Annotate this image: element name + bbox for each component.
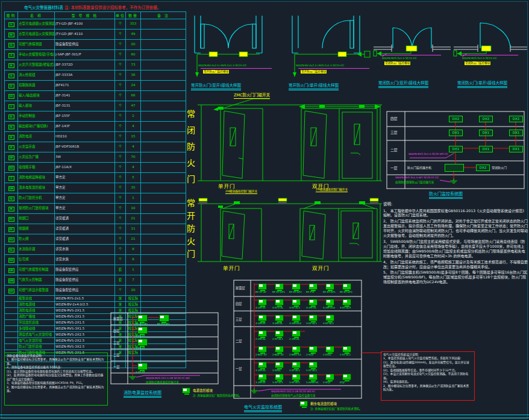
qty-cell: 353 (126, 19, 141, 30)
table-row: 消防电源线WDZN-BV-2x4.0/2.5米按实际 (5, 302, 186, 308)
legend-symbol-cell: QM (5, 275, 18, 286)
residual-current-monitor-icon (275, 330, 284, 337)
door-switch-label: ZMC防火门门磁开关 (234, 92, 270, 99)
legend-symbol-cell (5, 314, 18, 320)
name-cell: 电气火灾监控线 (18, 338, 55, 344)
table-row: K手动控制盘JBF-155F个2 (5, 111, 186, 122)
remark-cell (141, 224, 186, 234)
door-riser-caption: 防火门监控系统图 (429, 190, 463, 198)
note-line: 2、图中模块标注位置参考，具体做法以生产或消防安全厂家技术资料为准。 (383, 384, 471, 392)
residual-current-monitor-icon (325, 315, 334, 321)
table-row: H消防电话HD210个15 (5, 132, 186, 142)
legend-symbol-cell: H (5, 132, 18, 142)
legend-icon: PF (8, 227, 14, 232)
residual-current-monitor-icon (258, 283, 267, 290)
table-row: SP火灾应急广播3W个70 (5, 152, 186, 163)
device-label: RF-KT-AP2 (289, 290, 302, 293)
legend-symbol-cell: Q (5, 40, 18, 50)
efire-notes-box: 电气火灾监控系统设计说明: 1、本监控系统接入电气火灾监控报警系统，系统有下列功… (381, 351, 475, 401)
residual-current-monitor-icon (292, 299, 301, 306)
note-line: (1)、漏电电流(动作阈值300mA)，发出声光报警信号，显示并记录报警信息。 (383, 361, 471, 369)
cable-underline (298, 68, 369, 69)
residual-current-monitor-icon (292, 330, 301, 337)
legend-symbol-cell (5, 302, 18, 308)
qty-cell: 10 (126, 204, 141, 214)
door-plan-drawing (374, 14, 451, 75)
unit-cell: 个 (115, 71, 126, 81)
sheet-border-line (0, 418, 529, 418)
remark-cell (141, 286, 186, 296)
device-label: 1-ZM-AT (255, 381, 266, 384)
name-cell: 测温式电气火灾监控线 (18, 332, 55, 338)
remark-cell (141, 204, 186, 214)
table-row: QB潜水电泵监控模块甲方定个35 (5, 183, 186, 193)
remark-cell (141, 19, 186, 30)
unit-cell: 个 (115, 142, 126, 152)
legend-icon: QK (8, 268, 14, 273)
remark-cell (141, 50, 186, 60)
legend-icon: M (8, 207, 14, 212)
detail-caption: 常开防火门(双开)接线大样图 (191, 82, 241, 89)
table-header: 图例 (5, 12, 18, 19)
legend-symbol-cell: PY (5, 214, 18, 224)
table-row: XD接线端子箱JBF-11A/X个4 (5, 163, 186, 173)
qty-cell: 66 (126, 91, 141, 101)
model-cell: JBF-11A/X (55, 163, 115, 173)
model-cell: JBF-155F (55, 111, 115, 122)
table-row: PY排烟口详见暖通个21 (5, 214, 186, 224)
legend-symbol-cell: S (5, 19, 18, 30)
qty-cell: 24 (126, 81, 141, 91)
residual-current-monitor-icon (292, 315, 301, 321)
residual-current-monitor-icon (325, 299, 334, 306)
qty-cell: 1 (126, 193, 141, 204)
legend-icon: XH (8, 258, 14, 263)
residual-current-monitor-icon (342, 283, 351, 290)
qty-cell: 73 (126, 60, 141, 71)
device-label: RF-PYF#2 (157, 322, 169, 325)
remark-cell (141, 132, 186, 142)
closed-door-side-label: 常闭防火门 (184, 110, 196, 191)
qty-cell: 70 (126, 152, 141, 163)
legend-symbol-cell: PF (5, 224, 18, 234)
model-cell: JTY-GD-JBF-4110 (55, 30, 115, 40)
unit-cell: 个 (115, 173, 126, 183)
table-row: Q可燃气体探测器随设备配套供应个20 (5, 40, 186, 50)
name-cell: 火灾应急广播 (18, 152, 55, 163)
legend-icon: P (8, 145, 14, 150)
legend-symbol-cell: M (5, 204, 18, 214)
legend-icon: QB (8, 186, 14, 191)
door-plan-drawing (280, 14, 372, 78)
dx-box: DX2 (476, 165, 490, 171)
unit-cell: 个 (115, 50, 126, 60)
door-detail-closed-double: WDZN-RVS-3x1.5-SC15-CC 常闭防火门监控模块 常闭防火门(双… (374, 14, 452, 90)
model-cell: WDZN-RVS-2X2.5 (55, 338, 115, 344)
name-cell: 手动火灾报警按钮(带电话插孔) (18, 50, 55, 60)
note-item: 3、 SWB500/B防火门监控主机采用壁挂式安装，与现场被监控防火门采用总线连… (383, 239, 528, 259)
door-detail-open-double: WDZN-BV-4x2.5+RVS-2x1.5-SC25-CC 常开防火门监控模… (183, 14, 276, 90)
model-cell: WDZN-RYS-2x1.5 (55, 296, 115, 302)
model-cell: WDZN-RVS-2X1.5 (55, 308, 115, 314)
power-notes-text: 消防设备电源监控系统说明: 1、图中监控模块标注位置参考，具体做法以生产或消防安… (7, 354, 104, 393)
qty-cell: 8 (126, 245, 141, 255)
unit-cell: 个 (115, 122, 126, 132)
device-label: 4-KT-AL9 (340, 306, 351, 309)
name-cell: 手动控制盘 (18, 111, 55, 122)
device-label: 2-BGF-AT (255, 353, 267, 356)
floor-label: 三层 (390, 130, 398, 135)
name-cell: 消防电话线 (18, 308, 55, 314)
residual-current-monitor-icon (275, 283, 284, 290)
model-cell: J-SAP-JBF-301/P (55, 50, 115, 60)
residual-current-monitor-icon (325, 346, 334, 353)
system-notes: 说明: 1、 本工程依据中华人民共和国国家标准GB50116-2013《火灾自动… (383, 202, 528, 286)
floor-label: 四层 (236, 301, 242, 306)
unit-cell: 个 (115, 224, 126, 234)
qty-cell: 按实际 (126, 296, 141, 302)
model-cell: 详见水施 (55, 245, 115, 255)
riser-cable-note: 由消防控制室电气火灾监控设备引来 (271, 393, 316, 397)
note-item: 5、 防火门监控器主机(SWB500/B)最多可接8个回路，每个回路最多可带接1… (383, 270, 528, 284)
model-cell: JBF-143F (55, 122, 115, 132)
power-monitor-icon (137, 315, 148, 322)
note-item: 4、 防火门监控系统的施工，须严格按照施工图设计及有关施工技术规范进行，不得擅自… (383, 260, 528, 269)
device-label: 2-KTJF (306, 353, 314, 356)
legend-symbol-cell: W (5, 30, 18, 40)
